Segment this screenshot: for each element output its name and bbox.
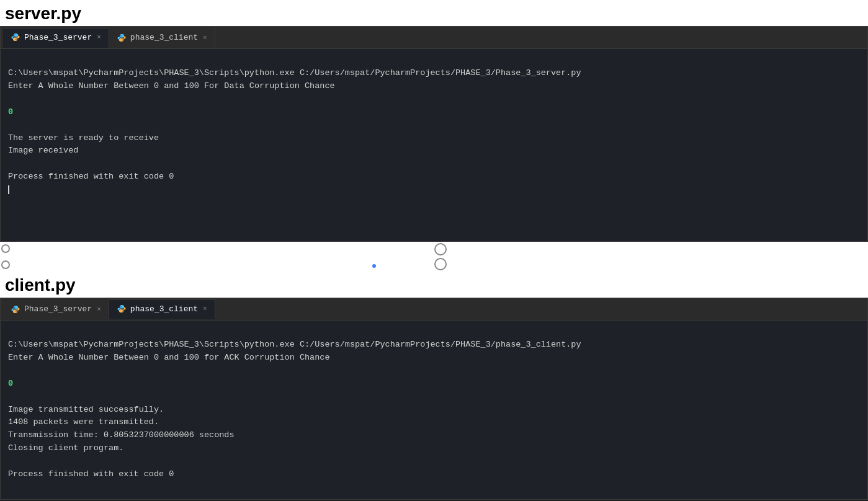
top-output-3: Process finished with exit code 0 [8,172,174,181]
left-handle-top[interactable] [1,244,10,253]
bottom-output-2: 1408 packets were transmitted. [8,417,159,427]
bottom-section: client.py Phase_3_server × [0,272,868,500]
bottom-output-4: Closing client program. [8,443,123,453]
bottom-terminal-wrapper: Phase_3_server × phase_3_client × C:\Use… [0,298,868,500]
blue-dot [372,264,376,268]
bottom-tab-client-label: phase_3_client [130,304,198,314]
top-tab-bar: Phase_3_server × phase_3_client × [1,27,867,49]
left-handle-bottom[interactable] [1,260,10,269]
bottom-tab-server[interactable]: Phase_3_server × [3,299,109,319]
bottom-prompt-line: Enter A Whole Number Between 0 and 100 f… [8,353,329,362]
top-output-1: The server is ready to receive [8,133,159,143]
svg-point-1 [16,39,16,40]
top-tab-client-label: phase_3_client [130,33,198,42]
top-tab-client-close[interactable]: × [203,34,207,42]
bottom-tab-server-close[interactable]: × [97,306,101,313]
bottom-file-title: client.py [0,272,868,298]
divider-area [0,242,868,272]
top-section: server.py Phase_3_server × [0,0,868,242]
top-tab-client[interactable]: phase_3_client × [109,28,215,48]
top-output-2: Image received [8,146,78,155]
svg-point-5 [16,311,16,312]
bottom-cmd-line: C:\Users\mspat\PycharmProjects\PHASE_3\S… [8,340,581,349]
svg-point-7 [122,311,122,311]
top-input-value: 0 [8,107,13,117]
top-file-title: server.py [0,0,868,26]
svg-point-3 [122,40,122,40]
bottom-input-value: 0 [8,379,13,388]
bottom-handle-circle[interactable] [434,258,447,270]
bottom-terminal-content: C:\Users\mspat\PycharmProjects\PHASE_3\S… [1,321,867,499]
python-icon-1 [11,32,20,42]
python-icon-4 [117,304,127,314]
top-tab-server-label: Phase_3_server [24,33,92,42]
top-terminal-content: C:\Users\mspat\PycharmProjects\PHASE_3\S… [1,49,867,241]
bottom-tab-client-close[interactable]: × [203,305,207,313]
python-icon-2 [117,33,127,43]
svg-point-2 [120,35,121,35]
top-cmd-line: C:\Users\mspat\PycharmProjects\PHASE_3\S… [8,68,581,78]
bottom-output-5: Process finished with exit code 0 [8,469,174,479]
top-cursor [8,185,9,194]
svg-point-0 [14,35,15,35]
bottom-output-1: Image transmitted successfully. [8,405,164,414]
top-prompt-line: Enter A Whole Number Between 0 and 100 F… [8,81,335,91]
bottom-tab-client[interactable]: phase_3_client × [109,299,215,319]
bottom-output-3: Transmission time: 0.8053237000000006 se… [8,430,235,440]
svg-point-6 [120,306,121,307]
bottom-tab-server-label: Phase_3_server [24,304,92,314]
top-tab-server[interactable]: Phase_3_server × [3,28,109,48]
svg-point-4 [14,306,15,307]
bottom-tab-bar: Phase_3_server × phase_3_client × [1,298,867,321]
top-terminal-wrapper: Phase_3_server × phase_3_client × C:\Use… [0,26,868,242]
top-handle-circle[interactable] [434,243,447,255]
top-tab-server-close[interactable]: × [97,33,101,41]
python-icon-3 [11,304,20,314]
